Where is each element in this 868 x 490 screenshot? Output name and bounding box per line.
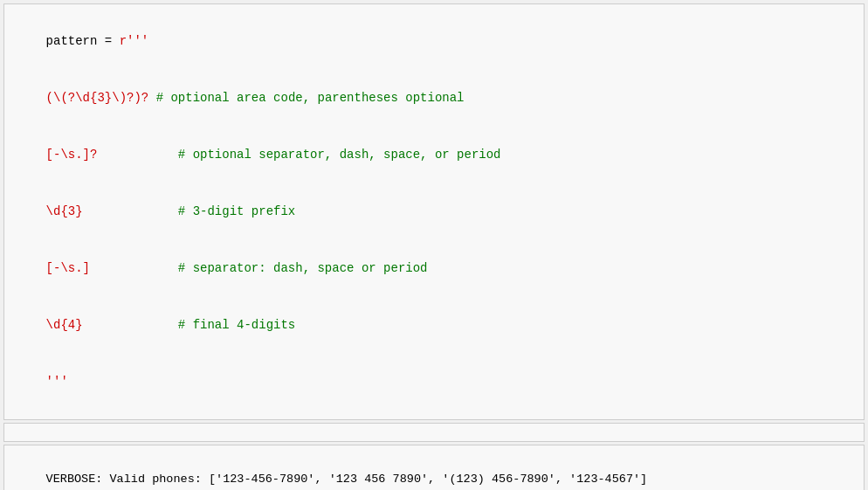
code-line-3: [-\s.]? # optional separator, dash, spac… (46, 148, 501, 162)
code-line-5: [-\s.] # separator: dash, space or perio… (46, 261, 428, 275)
main-container: pattern = r''' (\(?\d{3}\)?)? # optional… (0, 0, 868, 490)
code-line-2: (\(?\d{3}\)?)? # optional area code, par… (46, 91, 465, 105)
code-line-6: \d{4} # final 4-digits (46, 318, 296, 332)
code-line-1: pattern = r''' (46, 34, 149, 48)
code-line-7: ''' (46, 375, 68, 389)
code-line-4: \d{3} # 3-digit prefix (46, 204, 296, 218)
output-block: VERBOSE: Valid phones: ['123-456-7890', … (3, 445, 865, 490)
bottom-code-block: phones = [ '123-456-7890', '123 456 7890… (3, 423, 865, 442)
top-code-block: pattern = r''' (\(?\d{3}\)?)? # optional… (3, 3, 865, 420)
output-text: VERBOSE: Valid phones: ['123-456-7890', … (46, 473, 648, 486)
